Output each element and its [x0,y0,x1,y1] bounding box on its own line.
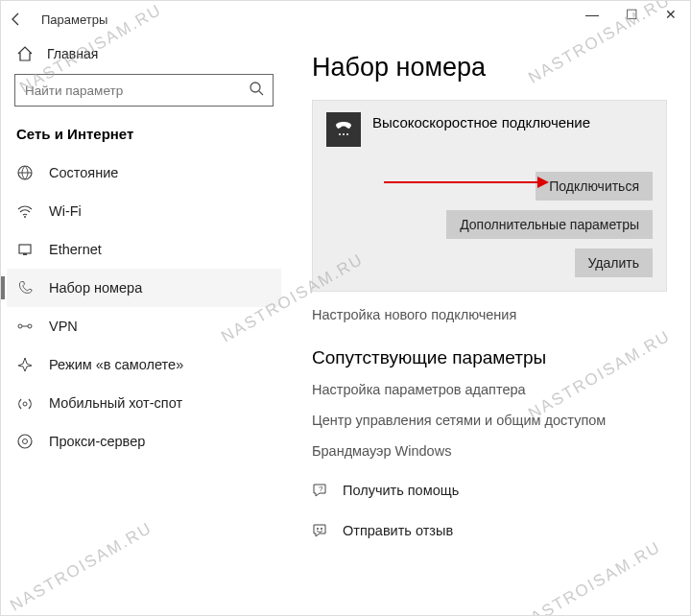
sidebar-item-vpn[interactable]: VPN [7,307,281,345]
svg-point-12 [339,133,341,135]
sidebar-item-label: Прокси-сервер [49,434,145,449]
svg-point-7 [28,324,32,328]
wifi-icon [16,202,36,220]
svg-point-14 [346,133,348,135]
airplane-icon [16,356,36,373]
related-link-sharing[interactable]: Центр управления сетями и общим доступом [312,413,667,428]
sidebar-item-label: Wi-Fi [49,203,82,219]
help-icon: ? [312,482,331,499]
annotation-arrow [384,181,547,183]
globe-icon [16,164,36,181]
related-link-adapter[interactable]: Настройка параметров адаптера [312,382,667,397]
search-icon [249,81,264,96]
svg-line-1 [259,91,263,95]
sidebar-item-label: Набор номера [49,280,142,296]
svg-point-13 [343,133,345,135]
svg-point-17 [321,528,322,530]
sidebar: Главная Сеть и Интернет Состояние Wi-Fi [1,37,289,615]
svg-point-3 [24,216,26,218]
dialup-connection-icon [326,112,361,147]
sidebar-home-label: Главная [47,46,98,61]
sidebar-item-status[interactable]: Состояние [7,154,281,192]
sidebar-item-label: VPN [49,319,78,334]
connect-button[interactable]: Подключиться [536,172,653,201]
window-title: Параметры [41,12,107,27]
svg-point-10 [18,435,32,448]
related-link-firewall[interactable]: Брандмауэр Windows [312,443,667,459]
sidebar-item-proxy[interactable]: Прокси-сервер [7,422,281,461]
proxy-icon [16,433,36,450]
maximize-button[interactable]: ☐ [616,3,648,26]
sidebar-item-hotspot[interactable]: Мобильный хот-спот [7,384,281,422]
ethernet-icon [16,241,36,258]
get-help-row[interactable]: ? Получить помощь [312,482,667,499]
advanced-options-button[interactable]: Дополнительные параметры [446,210,653,239]
related-heading: Сопутствующие параметры [312,347,667,368]
new-connection-link[interactable]: Настройка нового подключения [312,307,667,322]
minimize-button[interactable]: — [576,3,608,26]
sidebar-home[interactable]: Главная [7,37,281,72]
search-input[interactable] [14,74,274,107]
sidebar-item-label: Режим «в самолете» [49,357,183,372]
window-controls: — ☐ ✕ [576,3,686,26]
search-box[interactable] [14,74,274,107]
page-title: Набор номера [312,53,667,83]
sidebar-category: Сеть и Интернет [7,120,281,154]
svg-point-9 [23,402,27,406]
sidebar-item-label: Ethernet [49,242,102,257]
svg-rect-5 [23,253,27,255]
vpn-icon [16,318,36,335]
feedback-label: Отправить отзыв [343,523,453,538]
connection-name: Высокоскоростное подключение [372,112,590,130]
svg-point-0 [250,83,260,92]
sidebar-item-ethernet[interactable]: Ethernet [7,230,281,269]
svg-rect-4 [19,245,31,253]
svg-point-16 [317,528,319,530]
get-help-label: Получить помощь [343,483,459,498]
sidebar-item-label: Мобильный хот-спот [49,395,182,411]
close-button[interactable]: ✕ [655,3,686,26]
back-button[interactable] [9,12,36,27]
main-content: Набор номера Высокоскоростное подключени… [289,37,690,615]
svg-text:?: ? [319,485,323,493]
home-icon [16,45,34,62]
feedback-icon [312,522,331,539]
feedback-row[interactable]: Отправить отзыв [312,522,667,539]
phone-icon [16,279,36,296]
svg-point-6 [18,324,22,328]
svg-point-11 [23,439,28,444]
sidebar-item-wifi[interactable]: Wi-Fi [7,192,281,230]
connection-card[interactable]: Высокоскоростное подключение Подключитьс… [312,100,667,292]
delete-button[interactable]: Удалить [575,249,653,277]
sidebar-item-dialup[interactable]: Набор номера [7,269,281,307]
sidebar-item-label: Состояние [49,165,118,180]
hotspot-icon [16,394,36,412]
sidebar-item-airplane[interactable]: Режим «в самолете» [7,345,281,384]
